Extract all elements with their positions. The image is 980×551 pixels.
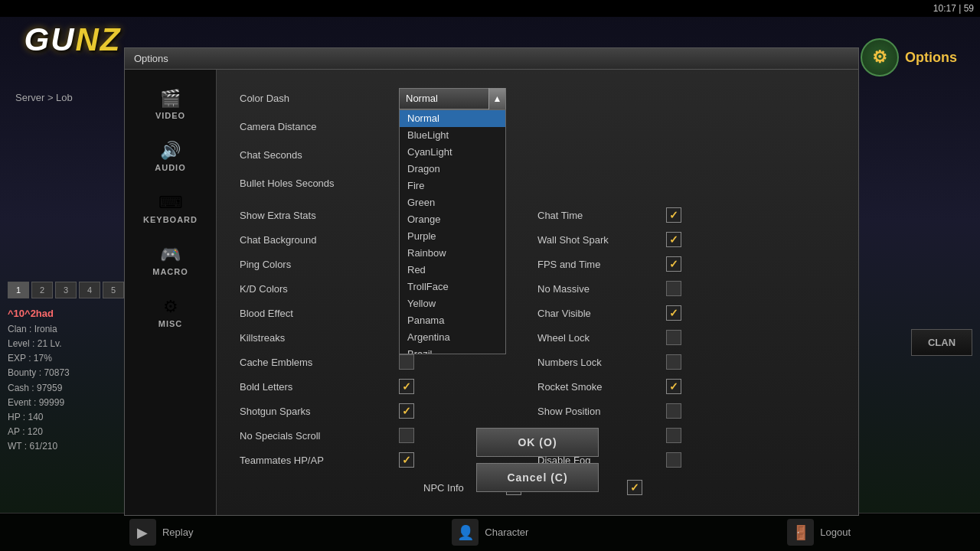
bottom-character[interactable]: 👤 Character — [452, 519, 528, 546]
options-nav: 🎬 VIDEO 🔊 AUDIO ⌨ KEYBOARD 🎮 MACRO ⚙ MIS… — [125, 70, 217, 515]
top-bar: 10:17 | 59 — [0, 0, 980, 17]
camera-distance-row: Camera Distance — [240, 113, 835, 140]
tab-bar: 1 2 3 4 5 — [8, 282, 124, 298]
bullet-holes-label: Bullet Holes Seconds — [240, 178, 393, 189]
options-header-label: Options — [905, 50, 957, 66]
nav-misc[interactable]: ⚙ MISC — [132, 289, 209, 335]
chat-seconds-label: Chat Seconds — [240, 149, 393, 161]
options-dialog: Options 🎬 VIDEO 🔊 AUDIO ⌨ KEYBOARD 🎮 MAC… — [124, 47, 859, 516]
replay-icon: ▶ — [129, 519, 156, 546]
bold-letters-checkbox[interactable] — [399, 379, 414, 394]
dropdown-item-orange[interactable]: Orange — [400, 211, 505, 228]
dropdown-menu[interactable]: Normal BlueLight CyanLight Dragon Fire G… — [399, 109, 506, 354]
char-visible-checkbox[interactable] — [666, 305, 681, 321]
options-icon: ⚙ — [861, 38, 899, 77]
rocket-smoke-label: Rocket Smoke — [537, 381, 660, 393]
nav-video[interactable]: 🎬 VIDEO — [132, 81, 209, 127]
cache-emblems-label: Cache Emblems — [240, 357, 393, 368]
cancel-button[interactable]: Cancel (C) — [476, 463, 599, 492]
show-position-checkbox[interactable] — [666, 403, 681, 419]
ok-button[interactable]: OK (O) — [476, 428, 599, 457]
disable-fog-checkbox[interactable] — [666, 452, 681, 468]
color-dash-selected[interactable]: Normal ▲ — [399, 88, 506, 109]
setting-no-massive: No Massive — [537, 276, 835, 301]
player-exp: EXP : 17% — [8, 351, 126, 366]
dialog-buttons: OK (O) Cancel (C) — [461, 428, 614, 492]
player-hp: HP : 140 — [8, 410, 126, 425]
nav-audio[interactable]: 🔊 AUDIO — [132, 133, 209, 179]
fps-time-checkbox[interactable] — [666, 256, 681, 272]
player-wt: WT : 61/210 — [8, 439, 126, 454]
tab-5[interactable]: 5 — [103, 282, 124, 298]
setting-rocket-smoke: Rocket Smoke — [537, 374, 835, 399]
dropdown-item-fire[interactable]: Fire — [400, 178, 505, 194]
no-specials-scroll-checkbox[interactable] — [399, 428, 414, 443]
setting-numbers-lock: Numbers Lock — [537, 350, 835, 374]
shotgun-sparks-checkbox[interactable] — [399, 403, 414, 419]
bold-letters-label: Bold Letters — [240, 381, 393, 393]
player-clan: Clan : Ironia — [8, 322, 126, 337]
dropdown-item-rainbow[interactable]: Rainbow — [400, 245, 505, 262]
player-bounty: Bounty : 70873 — [8, 366, 126, 380]
logo-text: GUNZ — [24, 21, 122, 58]
auto-record-checkbox[interactable] — [666, 428, 681, 443]
killstreaks-label: Killstreaks — [240, 332, 393, 344]
dropdown-arrow[interactable]: ▲ — [488, 88, 505, 109]
clan-button[interactable]: CLAN — [911, 329, 972, 356]
chat-seconds-row: Chat Seconds — [240, 142, 835, 168]
wall-shot-spark-label: Wall Shot Spark — [537, 234, 660, 246]
wheel-lock-checkbox[interactable] — [666, 330, 681, 345]
cache-emblems-checkbox[interactable] — [399, 354, 414, 370]
camera-distance-label: Camera Distance — [240, 121, 393, 132]
nav-keyboard[interactable]: ⌨ KEYBOARD — [132, 185, 209, 231]
color-dash-dropdown[interactable]: Normal ▲ Normal BlueLight CyanLight Drag… — [399, 88, 506, 109]
logout-label: Logout — [820, 527, 851, 538]
bottom-bar: ▶ Replay 👤 Character 🚪 Logout — [0, 513, 980, 551]
setting-show-position: Show Position — [537, 399, 835, 423]
teammates-hp-ap-checkbox[interactable] — [399, 452, 414, 468]
player-ap: AP : 120 — [8, 425, 126, 439]
dropdown-item-argentina[interactable]: Argentina — [400, 329, 505, 346]
dropdown-item-normal[interactable]: Normal — [400, 110, 505, 127]
tab-4[interactable]: 4 — [79, 282, 100, 298]
wall-shot-spark-checkbox[interactable] — [666, 232, 681, 247]
dropdown-item-trollface[interactable]: TrollFace — [400, 279, 505, 295]
kd-colors-label: K/D Colors — [240, 283, 393, 295]
character-icon: 👤 — [452, 519, 479, 546]
breadcrumb: Server > Lob — [15, 92, 73, 103]
logo: GUNZ — [8, 17, 138, 63]
logout-icon: 🚪 — [787, 519, 814, 546]
wheel-lock-label: Wheel Lock — [537, 332, 660, 344]
dropdown-item-brazil[interactable]: Brazil — [400, 346, 505, 354]
nav-macro[interactable]: 🎮 MACRO — [132, 237, 209, 283]
bottom-logout[interactable]: 🚪 Logout — [787, 519, 851, 546]
tab-2[interactable]: 2 — [31, 282, 53, 298]
dropdown-item-red[interactable]: Red — [400, 262, 505, 279]
blood-effect-label: Blood Effect — [240, 308, 393, 319]
dropdown-item-purple[interactable]: Purple — [400, 228, 505, 245]
video-icon: 🎬 — [160, 89, 181, 109]
audio-icon: 🔊 — [160, 141, 181, 161]
no-massive-checkbox[interactable] — [666, 281, 681, 296]
dropdown-item-green[interactable]: Green — [400, 194, 505, 211]
no-massive-label: No Massive — [537, 283, 660, 295]
nav-keyboard-label: KEYBOARD — [143, 215, 198, 224]
chat-time-checkbox[interactable] — [666, 207, 681, 223]
tab-1[interactable]: 1 — [8, 282, 29, 298]
tab-3[interactable]: 3 — [55, 282, 77, 298]
dropdown-item-dragon[interactable]: Dragon — [400, 161, 505, 178]
nav-audio-label: AUDIO — [155, 163, 185, 172]
dropdown-item-panama[interactable]: Panama — [400, 312, 505, 329]
dropdown-item-bluelight[interactable]: BlueLight — [400, 127, 505, 144]
numbers-lock-checkbox[interactable] — [666, 354, 681, 370]
dropdown-item-cyanlight[interactable]: CyanLight — [400, 144, 505, 161]
bottom-replay[interactable]: ▶ Replay — [129, 519, 193, 546]
top-settings: Color Dash Normal ▲ Normal BlueLight Cya… — [240, 85, 835, 197]
show-extra-stats-label: Show Extra Stats — [240, 210, 393, 221]
nav-video-label: VIDEO — [155, 111, 185, 120]
options-content: 🎬 VIDEO 🔊 AUDIO ⌨ KEYBOARD 🎮 MACRO ⚙ MIS… — [125, 70, 858, 515]
options-main: Color Dash Normal ▲ Normal BlueLight Cya… — [217, 70, 858, 515]
rocket-smoke-checkbox[interactable] — [666, 379, 681, 394]
dropdown-item-yellow[interactable]: Yellow — [400, 295, 505, 312]
kills-alerts-checkbox[interactable] — [627, 480, 642, 495]
